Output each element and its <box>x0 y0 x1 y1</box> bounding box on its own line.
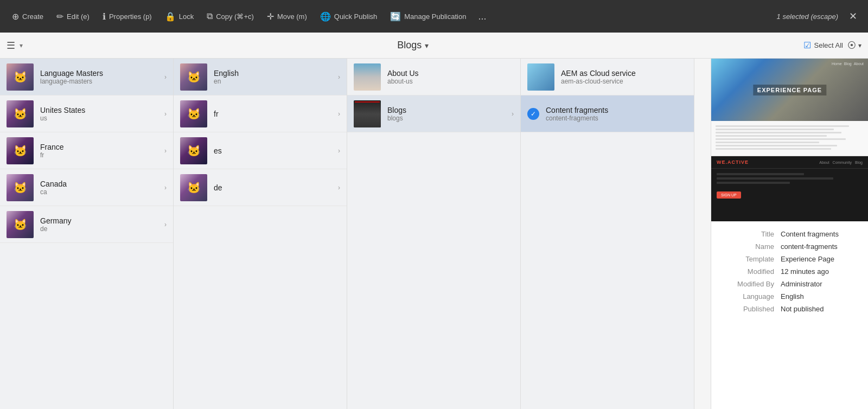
columns-scroll: 🐱 Language Masters language-masters › 🐱 … <box>0 59 711 409</box>
preview-content-line <box>717 182 790 184</box>
thumbnail: 🐱 <box>7 137 34 164</box>
language-label: Language <box>720 292 774 301</box>
item-info: Blogs blogs <box>387 106 507 122</box>
item-info: Unites States us <box>40 106 160 122</box>
move-icon: ✛ <box>267 11 274 22</box>
list-item[interactable]: 🐱 Language Masters language-masters › <box>0 59 173 95</box>
list-item[interactable]: 🐱 France fr › <box>0 132 173 169</box>
name-label: Name <box>720 242 774 251</box>
detail-row-name: Name content-fragments <box>720 242 859 251</box>
preview-nav: Home Blog About <box>832 62 864 66</box>
manage-publication-label: Manage Publication <box>404 12 466 21</box>
list-item[interactable]: About Us about-us <box>347 59 520 95</box>
quick-publish-button[interactable]: 🌐 Quick Publish <box>315 7 382 26</box>
list-item[interactable]: Blogs blogs › <box>347 95 520 132</box>
preview-text-line <box>716 145 837 146</box>
detail-row-template: Template Experience Page <box>720 255 859 263</box>
preview-content-line <box>717 177 833 180</box>
top-header-bar: ☰ ▾ Blogs ▾ ☑ Select All ⦿ ▾ <box>0 33 868 59</box>
thumbnail <box>354 100 381 127</box>
panel-toggle-button[interactable]: ☰ <box>7 40 15 52</box>
create-icon: ⊕ <box>12 11 19 22</box>
preview-cta-button: SIGN UP <box>717 191 741 199</box>
chevron-right-icon: › <box>164 73 167 81</box>
template-label: Template <box>720 255 774 263</box>
item-title: About Us <box>387 69 514 78</box>
list-item[interactable]: ✓ Content fragments content-fragments <box>521 95 694 132</box>
item-subtitle: content-fragments <box>546 114 687 122</box>
preview-topbar: WE.ACTIVE About Community Blog <box>711 156 868 169</box>
list-item[interactable]: 🐱 English en › <box>174 59 347 95</box>
create-label: Create <box>22 12 43 21</box>
selected-count: 1 selected (escape) <box>777 12 838 21</box>
column-3: About Us about-us Blogs blogs › <box>347 59 521 409</box>
top-bar-right: ☑ Select All ⦿ ▾ <box>803 40 861 50</box>
detail-row-modified-by: Modified By Administrator <box>720 280 859 288</box>
close-button[interactable]: ✕ <box>845 8 861 24</box>
item-subtitle: ca <box>40 188 160 196</box>
thumbnail: 🐱 <box>7 174 34 201</box>
language-value: English <box>781 292 804 301</box>
lock-button[interactable]: 🔒 Lock <box>159 7 199 26</box>
preview-text-line <box>716 135 827 137</box>
select-all-button[interactable]: ☑ Select All <box>803 40 843 50</box>
view-dropdown-icon[interactable]: ▾ <box>858 42 861 49</box>
item-title: English <box>214 69 334 78</box>
title-value: Content fragments <box>781 230 839 238</box>
preview-text-line <box>716 142 819 143</box>
preview-text-line <box>716 148 831 150</box>
preview-nav: About Community Blog <box>819 161 863 164</box>
selection-checkmark: ✓ <box>527 108 539 120</box>
detail-row-language: Language English <box>720 292 859 301</box>
item-title: Germany <box>40 216 160 225</box>
list-item[interactable]: AEM as Cloud service aem-as-cloud-servic… <box>521 59 694 95</box>
list-item[interactable]: 🐱 de › <box>174 169 347 206</box>
nav-item: Blog <box>844 62 852 66</box>
select-all-checkbox-icon: ☑ <box>803 40 811 50</box>
modified-value: 12 minutes ago <box>781 267 829 276</box>
columns-area: 🐱 Language Masters language-masters › 🐱 … <box>0 59 868 409</box>
item-subtitle: language-masters <box>40 78 160 85</box>
thumbnail: 🐱 <box>7 63 34 91</box>
properties-icon: ℹ <box>103 11 106 22</box>
item-title: de <box>214 183 334 192</box>
item-info: France fr <box>40 143 160 159</box>
page-title-dropdown[interactable]: ▾ <box>425 41 429 50</box>
thumbnail <box>354 63 381 91</box>
item-title: Language Masters <box>40 69 160 78</box>
preview-text-line <box>716 125 849 127</box>
edit-label: Edit (e) <box>67 12 90 21</box>
item-subtitle: about-us <box>387 78 514 85</box>
copy-button[interactable]: ⧉ Copy (⌘+c) <box>201 7 259 25</box>
more-button[interactable]: ... <box>474 7 490 27</box>
edit-button[interactable]: ✏ Edit (e) <box>51 7 95 26</box>
properties-button[interactable]: ℹ Properties (p) <box>97 7 157 26</box>
published-label: Published <box>720 305 774 313</box>
list-item[interactable]: 🐱 fr › <box>174 95 347 132</box>
list-item[interactable]: 🐱 Unites States us › <box>0 95 173 132</box>
chevron-right-icon: › <box>164 147 167 155</box>
thumbnail: 🐱 <box>180 174 207 201</box>
thumbnail: 🐱 <box>7 100 34 127</box>
chevron-right-icon: › <box>338 147 340 155</box>
column-4: AEM as Cloud service aem-as-cloud-servic… <box>521 59 694 409</box>
modified-label: Modified <box>720 267 774 276</box>
page-title-area: Blogs ▾ <box>23 40 803 51</box>
item-subtitle: us <box>40 114 160 122</box>
preview-details: Title Content fragments Name content-fra… <box>711 221 868 409</box>
item-title: Blogs <box>387 106 507 114</box>
list-item[interactable]: 🐱 Canada ca › <box>0 169 173 206</box>
nav-item: About <box>854 62 864 66</box>
nav-item: Community <box>833 161 852 164</box>
thumbnail: 🐱 <box>180 63 207 91</box>
preview-text-line <box>716 129 834 130</box>
modified-by-label: Modified By <box>720 280 774 288</box>
item-title: France <box>40 143 160 151</box>
manage-publication-button[interactable]: 🔄 Manage Publication <box>385 7 471 26</box>
view-toggle-button[interactable]: ⦿ ▾ <box>847 41 861 50</box>
create-button[interactable]: ⊕ Create <box>7 7 49 26</box>
list-item[interactable]: 🐱 Germany de › <box>0 206 173 243</box>
published-value: Not published <box>781 305 824 313</box>
move-button[interactable]: ✛ Move (m) <box>261 7 312 26</box>
list-item[interactable]: 🐱 es › <box>174 132 347 169</box>
